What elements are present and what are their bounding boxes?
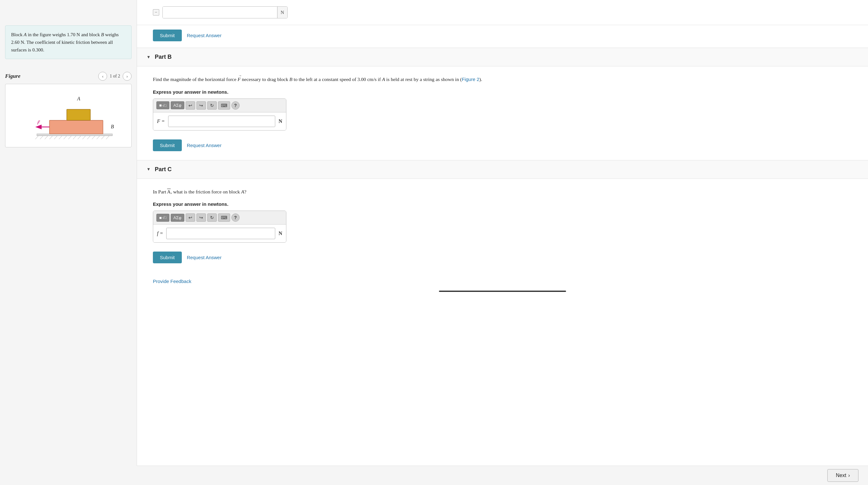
sidebar: Block A in the figure weighs 1.70 N and … — [0, 0, 137, 485]
svg-line-5 — [50, 136, 53, 139]
part-c-chevron: ▼ — [147, 167, 152, 172]
part-b-section: ▼ Part B Find the magnitude of the horiz… — [137, 47, 868, 160]
part-a-input[interactable] — [163, 7, 277, 18]
svg-line-14 — [92, 136, 95, 139]
figure-prev-button[interactable]: ‹ — [98, 72, 107, 81]
next-arrow-icon: › — [848, 473, 850, 478]
figure-title: Figure — [5, 73, 20, 79]
figure-section: Figure ‹ 1 of 2 › — [5, 72, 132, 148]
part-c-help-btn[interactable]: ? — [231, 214, 240, 222]
svg-line-9 — [68, 136, 71, 139]
main-content: − N Submit Request Answer ▼ Part B Find … — [137, 0, 868, 485]
svg-line-8 — [64, 136, 67, 139]
part-c-undo-btn[interactable]: ↩ — [186, 214, 195, 222]
part-b-express-label: Express your answer in newtons. — [153, 89, 852, 95]
part-c-title: Part C — [155, 166, 172, 173]
part-b-input-row: F = N — [153, 112, 286, 130]
part-b-widget: ■√□ AΣφ ↩ ↪ ↻ ⌨ ? F = N — [153, 98, 286, 131]
svg-line-3 — [40, 136, 43, 139]
part-b-help-btn[interactable]: ? — [231, 101, 240, 109]
part-b-undo-btn[interactable]: ↩ — [186, 101, 195, 109]
part-b-answer-input[interactable] — [168, 116, 276, 127]
part-a-answer-box: N — [162, 6, 288, 19]
svg-line-4 — [45, 136, 48, 139]
provide-feedback-link[interactable]: Provide Feedback — [153, 279, 191, 284]
figure-image: B A F⃗ — [5, 84, 132, 148]
svg-line-7 — [59, 136, 62, 139]
part-c-submit-row: Submit Request Answer — [153, 247, 852, 263]
svg-line-16 — [101, 136, 104, 139]
part-c-redo-btn[interactable]: ↪ — [196, 214, 206, 222]
svg-line-10 — [73, 136, 76, 139]
figure2-link[interactable]: Figure 2 — [462, 76, 479, 82]
part-b-unit: N — [278, 119, 282, 124]
part-c-toolbar-symbol-btn[interactable]: AΣφ — [171, 214, 184, 222]
scroll-indicator — [439, 291, 566, 292]
svg-text:B: B — [111, 124, 114, 129]
part-b-submit-row: Submit Request Answer — [153, 135, 852, 151]
part-a-submit-row: Submit Request Answer — [137, 30, 868, 47]
part-b-body: Find the magnitude of the horizontal for… — [137, 66, 868, 160]
svg-line-13 — [87, 136, 90, 139]
problem-statement: Block A in the figure weighs 1.70 N and … — [5, 25, 132, 59]
part-c-toolbar-math-btn[interactable]: ■√□ — [156, 214, 169, 222]
part-c-express-label: Express your answer in newtons. — [153, 201, 852, 207]
next-button[interactable]: Next › — [827, 469, 859, 482]
part-c-submit-button[interactable]: Submit — [153, 252, 182, 263]
svg-rect-18 — [50, 120, 103, 134]
part-c-input-row: f = N — [153, 225, 286, 243]
part-a-toggle[interactable]: − — [153, 9, 159, 15]
part-c-keyboard-btn[interactable]: ⌨ — [218, 214, 230, 222]
part-c-equation-label: f = — [157, 231, 163, 236]
part-c-toolbar: ■√□ AΣφ ↩ ↪ ↻ ⌨ ? — [153, 211, 286, 225]
top-partial-area: − N — [137, 0, 868, 25]
part-c-answer-input[interactable] — [166, 228, 275, 239]
part-b-question: Find the magnitude of the horizontal for… — [153, 75, 852, 84]
problem-text: Block A in the figure weighs 1.70 N and … — [11, 32, 119, 53]
part-b-chevron: ▼ — [147, 55, 152, 60]
part-c-header[interactable]: ▼ Part C — [137, 160, 868, 179]
part-b-refresh-btn[interactable]: ↻ — [207, 101, 217, 109]
part-c-section: ▼ Part C In Part A, what is the friction… — [137, 160, 868, 272]
part-c-request-answer-link[interactable]: Request Answer — [187, 255, 221, 260]
svg-line-17 — [106, 136, 109, 139]
part-b-equation-label: F = — [157, 119, 165, 124]
svg-line-11 — [78, 136, 81, 139]
part-a-request-answer-link[interactable]: Request Answer — [187, 33, 221, 38]
part-b-header[interactable]: ▼ Part B — [137, 48, 868, 66]
part-c-unit: N — [278, 231, 282, 236]
svg-line-12 — [83, 136, 86, 139]
svg-line-15 — [97, 136, 100, 139]
next-label: Next — [836, 473, 846, 478]
figure-nav: ‹ 1 of 2 › — [98, 72, 132, 81]
figure-header: Figure ‹ 1 of 2 › — [5, 72, 132, 81]
svg-text:A: A — [77, 96, 81, 101]
part-b-toolbar-symbol-btn[interactable]: AΣφ — [171, 101, 184, 109]
part-b-toolbar-math-btn[interactable]: ■√□ — [156, 101, 169, 109]
part-c-widget: ■√□ AΣφ ↩ ↪ ↻ ⌨ ? f = N — [153, 211, 286, 243]
bottom-bar: Next › — [137, 465, 868, 485]
part-b-toolbar: ■√□ AΣφ ↩ ↪ ↻ ⌨ ? — [153, 99, 286, 112]
part-b-redo-btn[interactable]: ↪ — [196, 101, 206, 109]
scroll-indicator-container — [137, 287, 868, 313]
part-c-refresh-btn[interactable]: ↻ — [207, 214, 217, 222]
part-a-unit: N — [277, 7, 287, 18]
part-b-submit-button[interactable]: Submit — [153, 139, 182, 151]
svg-rect-0 — [37, 134, 113, 136]
part-c-question: In Part A, what is the friction force on… — [153, 188, 852, 196]
figure-count: 1 of 2 — [110, 74, 120, 79]
svg-rect-20 — [67, 109, 90, 120]
svg-line-2 — [35, 136, 38, 139]
part-b-title: Part B — [155, 54, 172, 60]
part-c-body: In Part A, what is the friction force on… — [137, 179, 868, 272]
svg-line-6 — [54, 136, 57, 139]
svg-text:F⃗: F⃗ — [37, 120, 40, 125]
figure-next-button[interactable]: › — [123, 72, 132, 81]
figure-svg: B A F⃗ — [5, 84, 131, 147]
part-b-request-answer-link[interactable]: Request Answer — [187, 142, 221, 148]
feedback-section: Provide Feedback — [137, 272, 868, 287]
part-b-keyboard-btn[interactable]: ⌨ — [218, 101, 230, 109]
part-a-submit-button[interactable]: Submit — [153, 30, 182, 41]
